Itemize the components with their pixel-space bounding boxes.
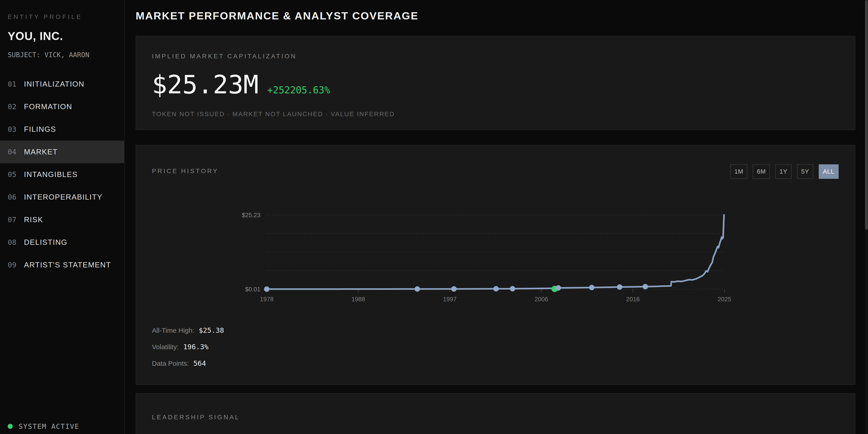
chart-marker xyxy=(617,284,622,290)
stat-value: 564 xyxy=(193,359,206,367)
sidebar-item-risk[interactable]: 07 RISK xyxy=(0,209,124,231)
chart-marker xyxy=(510,286,515,291)
nav-item-label: MARKET xyxy=(24,148,58,156)
svg-text:2006: 2006 xyxy=(535,296,548,303)
svg-text:1997: 1997 xyxy=(443,296,457,303)
svg-text:2016: 2016 xyxy=(626,296,640,303)
sidebar-item-market[interactable]: 04 MARKET xyxy=(0,141,124,163)
sidebar-item-delisting[interactable]: 08 DELISTING xyxy=(0,231,124,254)
nav-item-number: 06 xyxy=(8,193,18,202)
stat-value: $25.38 xyxy=(199,326,224,334)
svg-text:2025: 2025 xyxy=(718,296,731,303)
chart-marker xyxy=(451,286,457,291)
leadership-signal-card: LEADERSHIP SIGNAL 92 xyxy=(135,393,855,434)
market-cap-change: +252205.63% xyxy=(267,85,330,96)
stat-value: 196.3% xyxy=(183,343,209,351)
stat-label: Volatility: xyxy=(152,343,179,351)
stat-all-time-high: All-Time High: $25.38 xyxy=(152,326,224,334)
sidebar-item-filings[interactable]: 03 FILINGS xyxy=(0,118,124,141)
svg-text:$0.01: $0.01 xyxy=(245,286,260,293)
svg-text:1988: 1988 xyxy=(351,296,365,303)
price-stats: All-Time High: $25.38 Volatility: 196.3%… xyxy=(152,326,224,376)
status-text: SYSTEM ACTIVE xyxy=(19,422,79,430)
range-selector: 1M 6M 1Y 5Y ALL xyxy=(730,164,839,179)
nav-item-number: 03 xyxy=(8,125,18,133)
subject-line: SUBJECT: VICK, AARON xyxy=(8,51,124,59)
price-chart-area: $25.23$0.01197819881997200620162025 xyxy=(230,211,741,317)
stat-volatility: Volatility: 196.3% xyxy=(152,343,224,351)
leadership-signal-label: LEADERSHIP SIGNAL xyxy=(152,414,839,421)
chart-marker xyxy=(493,286,499,291)
sidebar-item-intangibles[interactable]: 05 INTANGIBLES xyxy=(0,163,124,186)
nav-item-label: DELISTING xyxy=(24,238,67,247)
nav-item-number: 07 xyxy=(8,215,18,224)
sidebar: ENTITY PROFILE YOU, INC. SUBJECT: VICK, … xyxy=(0,0,125,434)
status-dot-icon xyxy=(8,424,13,429)
range-button-1y[interactable]: 1Y xyxy=(775,164,792,179)
sidebar-item-initialization[interactable]: 01 INITIALIZATION xyxy=(0,73,124,95)
nav-item-label: ARTIST'S STATEMENT xyxy=(24,260,111,269)
nav-item-label: FILINGS xyxy=(24,125,56,133)
leadership-signal-value: 92 xyxy=(152,430,839,434)
nav-item-label: RISK xyxy=(24,215,43,224)
sidebar-item-artists-statement[interactable]: 09 ARTIST'S STATEMENT xyxy=(0,254,124,276)
price-history-card: PRICE HISTORY 1M 6M 1Y 5Y ALL $25.23$0.0… xyxy=(135,145,855,385)
nav-item-number: 02 xyxy=(8,102,18,111)
nav-item-label: INTANGIBLES xyxy=(24,170,78,179)
range-button-1m[interactable]: 1M xyxy=(730,164,747,179)
range-button-all[interactable]: ALL xyxy=(819,164,839,179)
market-cap-card: IMPLIED MARKET CAPITALIZATION $25.23M +2… xyxy=(135,36,855,130)
price-history-label: PRICE HISTORY xyxy=(152,167,219,175)
range-button-5y[interactable]: 5Y xyxy=(797,164,813,179)
chart-marker xyxy=(414,286,420,292)
chart-marker xyxy=(556,285,561,291)
stat-data-points: Data Points: 564 xyxy=(152,359,224,367)
nav-item-number: 08 xyxy=(8,238,18,247)
company-name: YOU, INC. xyxy=(8,30,124,43)
nav-item-number: 01 xyxy=(8,80,18,88)
entity-profile-eyebrow: ENTITY PROFILE xyxy=(8,13,124,21)
svg-text:$25.23: $25.23 xyxy=(242,212,260,219)
chart-marker xyxy=(643,284,648,289)
nav-item-number: 09 xyxy=(8,260,18,269)
market-cap-value: $25.23M xyxy=(152,70,258,99)
system-status: SYSTEM ACTIVE xyxy=(8,422,79,430)
sidebar-item-interoperability[interactable]: 06 INTEROPERABILITY xyxy=(0,186,124,209)
nav-item-label: INITIALIZATION xyxy=(24,80,85,88)
stat-label: All-Time High: xyxy=(152,327,194,334)
market-cap-label: IMPLIED MARKET CAPITALIZATION xyxy=(152,53,839,60)
chart-marker xyxy=(589,285,594,290)
nav-item-label: INTEROPERABILITY xyxy=(24,193,102,202)
stat-label: Data Points: xyxy=(152,360,189,367)
sidebar-nav: 01 INITIALIZATION 02 FORMATION 03 FILING… xyxy=(0,73,124,276)
sidebar-item-formation[interactable]: 02 FORMATION xyxy=(0,95,124,118)
price-chart: $25.23$0.01197819881997200620162025 xyxy=(230,211,741,317)
page-title: MARKET PERFORMANCE & ANALYST COVERAGE xyxy=(135,9,855,22)
app-root: ENTITY PROFILE YOU, INC. SUBJECT: VICK, … xyxy=(0,0,868,434)
market-cap-footnote: TOKEN NOT ISSUED · MARKET NOT LAUNCHED ·… xyxy=(152,111,839,118)
main-content: MARKET PERFORMANCE & ANALYST COVERAGE IM… xyxy=(125,0,868,434)
svg-text:1978: 1978 xyxy=(260,296,274,303)
range-button-6m[interactable]: 6M xyxy=(753,164,770,179)
nav-item-label: FORMATION xyxy=(24,102,72,111)
nav-item-number: 05 xyxy=(8,170,18,179)
chart-marker xyxy=(264,286,270,292)
sidebar-header: ENTITY PROFILE YOU, INC. SUBJECT: VICK, … xyxy=(0,0,124,59)
nav-item-number: 04 xyxy=(8,148,18,156)
scrollbar-thumb[interactable] xyxy=(865,0,868,230)
scrollbar-track[interactable] xyxy=(865,0,868,434)
